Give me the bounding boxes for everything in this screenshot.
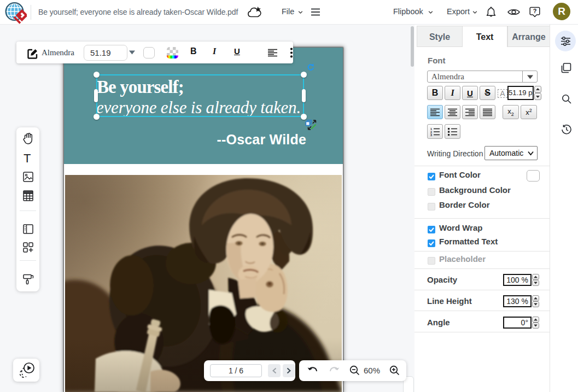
svg-text:?: ?	[533, 8, 537, 14]
svg-text:3: 3	[430, 133, 432, 136]
